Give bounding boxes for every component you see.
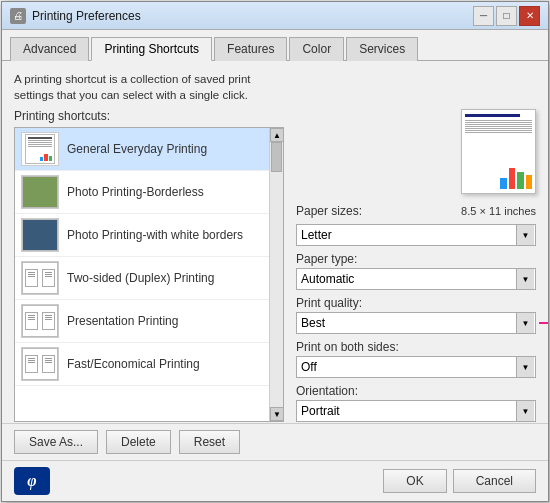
orientation-label: Orientation: <box>296 384 536 398</box>
shortcut-name: Presentation Printing <box>67 314 178 328</box>
scroll-up-button[interactable]: ▲ <box>270 128 284 142</box>
paper-type-select[interactable]: Automatic <box>296 268 536 290</box>
tab-color[interactable]: Color <box>289 37 344 61</box>
print-quality-select-wrapper: Best ▼ <box>296 312 536 334</box>
list-item[interactable]: Fast/Economical Printing <box>15 343 283 386</box>
print-both-sides-label: Print on both sides: <box>296 340 536 354</box>
delete-button[interactable]: Delete <box>106 430 171 454</box>
tab-services[interactable]: Services <box>346 37 418 61</box>
print-both-sides-select-wrapper: Off ▼ <box>296 356 536 378</box>
content-area: A printing shortcut is a collection of s… <box>2 61 548 423</box>
left-panel: Printing shortcuts: <box>14 109 284 422</box>
shortcuts-label: Printing shortcuts: <box>14 109 284 123</box>
paper-size-value: 8.5 × 11 inches <box>461 205 536 217</box>
description-text: A printing shortcut is a collection of s… <box>14 71 284 103</box>
thumb-economical <box>21 347 59 381</box>
print-quality-group: Print quality: Best ▼ <box>296 296 536 334</box>
ok-button[interactable]: OK <box>383 469 446 493</box>
list-item[interactable]: Photo Printing-with white borders <box>15 214 283 257</box>
save-as-button[interactable]: Save As... <box>14 430 98 454</box>
annotation-arrow <box>539 318 548 328</box>
thumb-presentation <box>21 304 59 338</box>
title-bar-left: 🖨 Printing Preferences <box>10 8 141 24</box>
printer-icon: 🖨 <box>10 8 26 24</box>
scroll-down-button[interactable]: ▼ <box>270 407 284 421</box>
paper-type-select-wrapper: Automatic ▼ <box>296 268 536 290</box>
tab-bar: Advanced Printing Shortcuts Features Col… <box>2 30 548 61</box>
orientation-select-wrapper: Portrait ▼ <box>296 400 536 422</box>
orientation-select[interactable]: Portrait <box>296 400 536 422</box>
shortcuts-list: General Everyday Printing Photo Printing… <box>14 127 284 422</box>
minimize-button[interactable]: ─ <box>473 6 494 26</box>
tab-advanced[interactable]: Advanced <box>10 37 89 61</box>
thumb-everyday <box>21 132 59 166</box>
paper-sizes-select-wrapper: Letter ▼ <box>296 224 536 246</box>
reset-button[interactable]: Reset <box>179 430 240 454</box>
list-item[interactable]: Two-sided (Duplex) Printing <box>15 257 283 300</box>
print-quality-label: Print quality: <box>296 296 536 310</box>
orientation-group: Orientation: Portrait ▼ <box>296 384 536 422</box>
list-item[interactable]: Photo Printing-Borderless <box>15 171 283 214</box>
shortcut-name: Fast/Economical Printing <box>67 357 200 371</box>
preview-area <box>296 109 536 194</box>
list-item[interactable]: General Everyday Printing <box>15 128 283 171</box>
page-preview <box>461 109 536 194</box>
title-bar: 🖨 Printing Preferences ─ □ ✕ <box>2 2 548 30</box>
shortcut-name: General Everyday Printing <box>67 142 207 156</box>
scroll-thumb[interactable] <box>271 142 282 172</box>
close-button[interactable]: ✕ <box>519 6 540 26</box>
main-content: Printing shortcuts: <box>14 109 536 422</box>
chart-preview <box>500 161 532 189</box>
paper-sizes-label: Paper sizes: <box>296 204 362 218</box>
list-item[interactable]: Presentation Printing <box>15 300 283 343</box>
tab-features[interactable]: Features <box>214 37 287 61</box>
paper-sizes-row: Paper sizes: 8.5 × 11 inches <box>296 204 536 218</box>
paper-type-group: Paper type: Automatic ▼ <box>296 252 536 290</box>
paper-sizes-select[interactable]: Letter <box>296 224 536 246</box>
title-bar-controls: ─ □ ✕ <box>473 6 540 26</box>
shortcut-name: Photo Printing-Borderless <box>67 185 204 199</box>
bottom-buttons: Save As... Delete Reset <box>2 423 548 460</box>
shortcut-name: Photo Printing-with white borders <box>67 228 243 242</box>
footer-right-buttons: OK Cancel <box>383 469 536 493</box>
tab-printing-shortcuts[interactable]: Printing Shortcuts <box>91 37 212 61</box>
right-panel: Paper sizes: 8.5 × 11 inches Letter ▼ Pa… <box>296 109 536 422</box>
thumb-twosided <box>21 261 59 295</box>
thumb-photo <box>21 175 59 209</box>
maximize-button[interactable]: □ <box>496 6 517 26</box>
window-title: Printing Preferences <box>32 9 141 23</box>
shortcut-name: Two-sided (Duplex) Printing <box>67 271 214 285</box>
hp-logo: φ <box>14 467 50 495</box>
cancel-button[interactable]: Cancel <box>453 469 536 493</box>
dialog-window: 🖨 Printing Preferences ─ □ ✕ Advanced Pr… <box>1 1 549 502</box>
scrollbar[interactable]: ▲ ▼ <box>269 128 283 421</box>
thumb-bus <box>21 218 59 252</box>
print-both-sides-select[interactable]: Off <box>296 356 536 378</box>
print-quality-select[interactable]: Best <box>296 312 536 334</box>
footer-bar: φ OK Cancel <box>2 460 548 501</box>
print-both-sides-group: Print on both sides: Off ▼ <box>296 340 536 378</box>
paper-type-label: Paper type: <box>296 252 536 266</box>
